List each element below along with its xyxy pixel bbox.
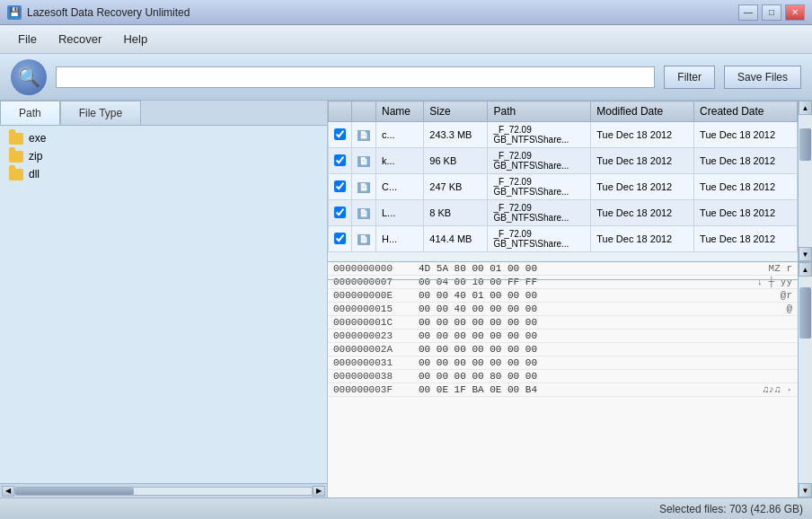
row-checkbox[interactable] — [334, 207, 346, 218]
save-files-button[interactable]: Save Files — [724, 66, 801, 89]
selected-files-status: Selected files: 703 (42.86 GB) — [659, 503, 803, 515]
hex-bytes: 00 00 00 00 00 00 00 — [419, 330, 720, 341]
filter-button[interactable]: Filter — [664, 66, 715, 89]
row-created-date: Tue Dec 18 2012 — [694, 148, 798, 174]
maximize-button[interactable]: □ — [762, 4, 781, 21]
col-created[interactable]: Created Date — [694, 101, 798, 122]
scroll-right-button[interactable]: ▶ — [313, 486, 325, 497]
row-created-date: Tue Dec 18 2012 — [694, 200, 798, 226]
scroll-thumb[interactable] — [15, 488, 134, 495]
file-table-body: 📄 c... 243.3 MB _F_72.09GB_NTFS\Share...… — [329, 122, 798, 252]
row-checkbox-cell[interactable] — [329, 122, 352, 148]
tree-area[interactable]: exe zip dll — [0, 126, 327, 483]
search-input[interactable] — [56, 66, 655, 88]
row-file-icon-cell: 📄 — [352, 148, 376, 174]
row-created-date: Tue Dec 18 2012 — [694, 226, 798, 252]
row-checkbox[interactable] — [334, 180, 346, 192]
folder-icon — [9, 151, 23, 163]
row-checkbox[interactable] — [334, 233, 346, 244]
row-created-date: Tue Dec 18 2012 — [694, 174, 798, 200]
menu-help[interactable]: Help — [112, 29, 158, 49]
hex-row: 0000000031 00 00 00 00 00 00 00 — [328, 356, 798, 370]
row-checkbox[interactable] — [334, 154, 346, 166]
scroll-track[interactable] — [14, 487, 313, 496]
scroll-up-button[interactable]: ▲ — [799, 101, 812, 115]
row-file-icon-cell: 📄 — [352, 122, 376, 148]
title-bar: 💾 Lazesoft Data Recovery Unlimited — □ ✕ — [0, 0, 812, 25]
row-name: L... — [376, 200, 424, 226]
horizontal-scrollbar[interactable]: ◀ ▶ — [0, 483, 327, 497]
row-modified-date: Tue Dec 18 2012 — [591, 148, 694, 174]
scroll-thumb[interactable] — [799, 128, 811, 162]
row-path: _F_72.09GB_NTFS\Share... — [488, 226, 591, 252]
table-row[interactable]: 📄 H... 414.4 MB _F_72.09GB_NTFS\Share...… — [329, 226, 798, 252]
row-size: 247 KB — [424, 174, 488, 200]
minimize-button[interactable]: — — [738, 4, 758, 21]
hex-ascii: @r — [720, 290, 792, 301]
scroll-thumb[interactable] — [799, 287, 811, 339]
table-row[interactable]: 📄 c... 243.3 MB _F_72.09GB_NTFS\Share...… — [329, 122, 798, 148]
hex-ascii — [720, 344, 792, 355]
table-row[interactable]: 📄 L... 8 KB _F_72.09GB_NTFS\Share... Tue… — [329, 200, 798, 226]
right-panel: Name Size Path Modified Date Created Dat… — [328, 101, 812, 497]
col-path[interactable]: Path — [488, 101, 591, 122]
scroll-down-button[interactable]: ▼ — [799, 247, 812, 261]
row-name: c... — [376, 122, 424, 148]
close-button[interactable]: ✕ — [785, 4, 805, 21]
scroll-down-button[interactable]: ▼ — [799, 483, 812, 497]
table-row[interactable]: 📄 C... 247 KB _F_72.09GB_NTFS\Share... T… — [329, 174, 798, 200]
hex-bytes: 00 00 00 00 00 00 00 — [419, 344, 720, 355]
row-created-date: Tue Dec 18 2012 — [694, 122, 798, 148]
tab-file-type[interactable]: File Type — [60, 101, 141, 125]
list-item[interactable]: exe — [4, 129, 323, 147]
hex-viewer[interactable]: 0000000000 4D 5A 80 00 01 00 00 MZ r 000… — [328, 262, 798, 497]
row-size: 96 KB — [424, 148, 488, 174]
scroll-up-button[interactable]: ▲ — [799, 262, 812, 277]
table-vertical-scrollbar[interactable]: ▲ ▼ — [798, 101, 812, 261]
row-checkbox[interactable] — [334, 128, 346, 140]
toolbar: 🔍 Filter Save Files — [0, 54, 812, 101]
row-checkbox-cell[interactable] — [329, 226, 352, 252]
row-file-icon-cell: 📄 — [352, 200, 376, 226]
row-path: _F_72.09GB_NTFS\Share... — [488, 148, 591, 174]
file-type-icon: 📄 — [357, 234, 370, 245]
table-header-row: Name Size Path Modified Date Created Dat… — [329, 101, 798, 122]
hex-ascii — [720, 317, 792, 328]
col-name[interactable]: Name — [376, 101, 424, 122]
file-type-icon: 📄 — [357, 208, 370, 219]
scroll-track[interactable] — [799, 115, 812, 247]
tab-bar: Path File Type — [0, 101, 327, 126]
hex-row: 0000000023 00 00 00 00 00 00 00 — [328, 330, 798, 343]
tab-path[interactable]: Path — [0, 101, 60, 125]
table-row[interactable]: 📄 k... 96 KB _F_72.09GB_NTFS\Share... Tu… — [329, 148, 798, 174]
row-name: H... — [376, 226, 424, 252]
scroll-track[interactable] — [799, 277, 812, 483]
list-item[interactable]: zip — [4, 147, 323, 165]
file-table-container[interactable]: Name Size Path Modified Date Created Dat… — [328, 101, 798, 280]
col-size[interactable]: Size — [424, 101, 488, 122]
row-file-icon-cell: 📄 — [352, 226, 376, 252]
hex-bytes: 00 00 00 00 00 00 00 — [419, 357, 720, 368]
tree-item-label: dll — [29, 168, 40, 180]
row-checkbox-cell[interactable] — [329, 174, 352, 200]
menu-recover[interactable]: Recover — [48, 29, 112, 49]
row-modified-date: Tue Dec 18 2012 — [591, 200, 694, 226]
hex-ascii: @ — [720, 303, 792, 314]
menu-file[interactable]: File — [7, 29, 48, 49]
list-item[interactable]: dll — [4, 165, 323, 183]
row-checkbox-cell[interactable] — [329, 148, 352, 174]
row-path: _F_72.09GB_NTFS\Share... — [488, 122, 591, 148]
hex-row: 000000002A 00 00 00 00 00 00 00 — [328, 343, 798, 356]
tree-item-label: exe — [29, 132, 46, 145]
hex-vertical-scrollbar[interactable]: ▲ ▼ — [798, 262, 812, 497]
hex-bytes: 00 00 40 01 00 00 00 — [419, 290, 720, 301]
row-checkbox-cell[interactable] — [329, 200, 352, 226]
row-file-icon-cell: 📄 — [352, 174, 376, 200]
hex-row: 000000001C 00 00 00 00 00 00 00 — [328, 316, 798, 330]
hex-address: 0000000031 — [333, 357, 419, 368]
col-modified[interactable]: Modified Date — [591, 101, 694, 122]
scroll-left-button[interactable]: ◀ — [2, 486, 14, 497]
folder-icon — [9, 169, 23, 180]
hex-address: 0000000015 — [333, 303, 419, 314]
left-panel: Path File Type exe zip dll ◀ ▶ — [0, 101, 328, 497]
